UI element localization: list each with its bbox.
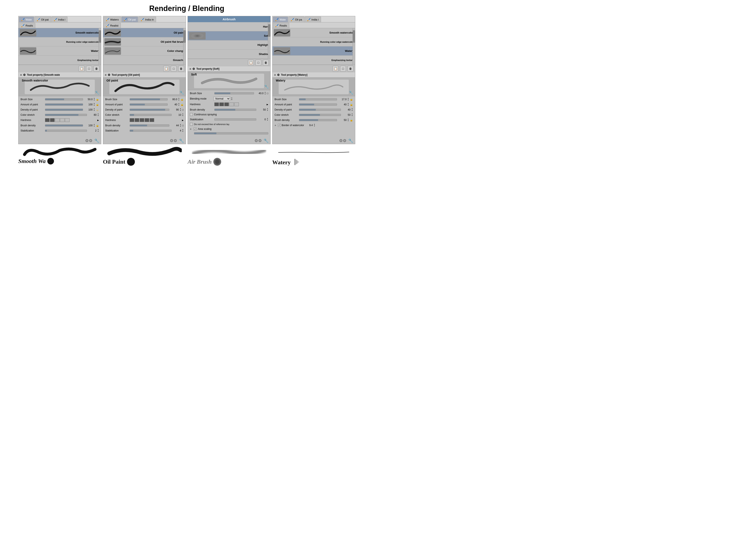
tab-india[interactable]: 🖌️ India i	[51, 17, 68, 22]
seg-4[interactable]	[60, 118, 65, 122]
prop-slider-density-2[interactable]	[130, 109, 169, 111]
prop-slider-colorstretch-4[interactable]	[299, 114, 341, 116]
prop-slider-colorstretch-2[interactable]	[130, 114, 172, 116]
prop-slider-amount-2[interactable]	[130, 104, 168, 106]
brush-item-p4-watery[interactable]: Watery	[273, 47, 355, 56]
brush-item-shadow[interactable]: Shadow	[188, 50, 271, 59]
spin-amount-1[interactable]: ▲▼	[93, 103, 95, 106]
bottom-gear-icon-1[interactable]: ⚙⚙	[85, 138, 93, 143]
lock-amount-4[interactable]: 🔒	[350, 103, 353, 106]
trash-button-2[interactable]: 🗑	[178, 66, 184, 72]
hardness-arrow-2[interactable]: ▶	[182, 119, 184, 121]
prop-slider-brushsize-2[interactable]	[130, 98, 168, 100]
tab-p2-india[interactable]: 🖌️ India in	[138, 17, 156, 22]
prop-slider-brushsize-4[interactable]	[299, 98, 337, 100]
spin-stabilization-1[interactable]: ▲▼	[97, 129, 99, 132]
new-button-3[interactable]: □	[255, 60, 261, 65]
lock-brushdensity-4[interactable]: 🔒	[350, 118, 353, 122]
wrench-icon-3[interactable]: 🔧	[264, 84, 269, 89]
plus-area-3[interactable]: +	[190, 127, 191, 131]
hardness-arrow-1[interactable]: ▶	[97, 119, 99, 121]
spin-border-4[interactable]: ▲▼	[313, 124, 315, 127]
spin-brushdensity-4[interactable]: ▲▼	[347, 118, 349, 122]
new-button-4[interactable]: □	[340, 66, 346, 72]
scrollbar-4[interactable]	[353, 28, 355, 65]
tab-p2-oilpaint[interactable]: 🖌️ Oil pai	[121, 17, 138, 22]
trash-button-4[interactable]: 🗑	[347, 66, 353, 72]
seg-2[interactable]	[50, 118, 55, 122]
spin-brushdensity-2[interactable]: ▲▼	[180, 124, 181, 127]
brush-item-gouache[interactable]: Gouache	[103, 56, 186, 65]
scrollbar-3[interactable]	[268, 22, 271, 59]
square-icon-brushdensity-2[interactable]: □	[182, 124, 184, 127]
tab-realist[interactable]: 🖌️ Realis	[19, 23, 35, 28]
seg-2-5[interactable]	[150, 118, 154, 122]
brush-item-highlight[interactable]: Highlight	[188, 41, 271, 50]
trash-button-1[interactable]: 🗑	[94, 66, 99, 72]
bottom-wrench-icon-3[interactable]: 🔧	[263, 138, 269, 143]
trash-button-3[interactable]: 🗑	[263, 60, 269, 65]
plus-border-4[interactable]: +	[275, 124, 276, 127]
prop-slider-amount-1[interactable]	[45, 104, 83, 106]
seg-3-2[interactable]	[219, 103, 224, 106]
lock-brushsize-1[interactable]: 🔒	[96, 98, 99, 101]
seg-3-1[interactable]	[214, 103, 219, 106]
bottom-wrench-icon-2[interactable]: 🔧	[179, 138, 184, 143]
spin-density-1[interactable]: ▲▼	[93, 108, 95, 111]
brush-item-emphasizing[interactable]: Emphasizing texture	[19, 56, 101, 65]
prop-slider-brushdensity-1[interactable]	[45, 125, 83, 127]
prop-slider-brushdensity-2[interactable]	[130, 125, 169, 127]
seg-3-4[interactable]	[229, 103, 234, 106]
tab-p4-india[interactable]: 🖌️ India i	[305, 17, 321, 22]
prop-slider-amount-4[interactable]	[299, 104, 337, 106]
lock-brushsize-4[interactable]: 🔒	[350, 98, 353, 101]
square-icon-density-2[interactable]: □	[182, 108, 184, 111]
brush-item-oilflatbrush[interactable]: Oil paint flat brush	[103, 37, 186, 47]
tab2-p2-realist[interactable]: 🖌️ Realist	[104, 23, 121, 28]
lock-amount-1[interactable]: 🔒	[96, 103, 99, 106]
hardness-arrow-3[interactable]: ▶	[267, 103, 268, 106]
copy-button-2[interactable]: 📋	[163, 66, 169, 72]
checkbox-area-3[interactable]: ✓	[194, 128, 197, 130]
spin-density-4[interactable]: ▲▼	[351, 108, 353, 111]
brush-item-soft[interactable]: Soft	[188, 31, 271, 41]
brush-item-running[interactable]: Running color edge watercolor	[19, 37, 101, 47]
lock-brushdensity-1[interactable]: 🔒	[96, 124, 99, 127]
spin-brushsize-4[interactable]: ▲▼	[347, 98, 349, 101]
prop-slider-density-4[interactable]	[299, 109, 341, 111]
bottom-wrench-icon-1[interactable]: 🔧	[94, 138, 99, 143]
spin-colorstretch-2[interactable]: ▲▼	[182, 113, 184, 116]
copy-button-3[interactable]: 📋	[248, 60, 254, 65]
seg-2-1[interactable]	[130, 118, 134, 122]
seg-3-3[interactable]	[224, 103, 229, 106]
bottom-gear-icon-2[interactable]: ⚙⚙	[170, 138, 177, 143]
brush-item-hard[interactable]: Hard	[188, 22, 271, 31]
tab-watercolor[interactable]: 🖌️ Wate	[19, 17, 34, 22]
seg-3[interactable]	[55, 118, 59, 122]
spin-colorstretch-1[interactable]: ▲▼	[97, 113, 99, 116]
brush-item-p4-running[interactable]: Running color edge watercolor	[273, 37, 355, 47]
copy-button-1[interactable]: 📋	[79, 66, 84, 72]
copy-button-4[interactable]: 📋	[333, 66, 338, 72]
prop-slider-colorstretch-1[interactable]	[45, 114, 87, 116]
spin-brushdensity-3[interactable]: ▲▼	[267, 108, 268, 111]
prop-slider-brushsize-3[interactable]	[214, 92, 254, 95]
bottom-wrench-icon-4[interactable]: 🔧	[348, 138, 353, 143]
blending-mode-select[interactable]: Normal Multiply Screen	[213, 97, 230, 101]
wrench-icon-1[interactable]: 🔧	[95, 90, 99, 95]
spin-amount-2[interactable]: ▲▼	[178, 103, 180, 106]
brush-item-smooth-watercolor[interactable]: Smooth watercolor	[19, 28, 101, 37]
brush-item-colorchange[interactable]: Color change	[103, 47, 186, 56]
seg-5[interactable]	[65, 118, 70, 122]
brush-item-p4-emphasizing[interactable]: Emphasizing texture	[273, 56, 355, 65]
brush-item-oilpaint[interactable]: Oil paint	[103, 28, 186, 37]
spin-brushsize-3[interactable]: ▲▼	[264, 91, 266, 95]
checkbox-border-4[interactable]: ✓	[278, 124, 281, 127]
bottom-gear-icon-3[interactable]: ⚙⚙	[254, 138, 262, 143]
prop-slider-stabilization-2[interactable]	[130, 130, 172, 132]
prop-slider-brushdensity-3[interactable]	[214, 109, 256, 111]
new-button-1[interactable]: □	[86, 66, 92, 72]
wrench-icon-2[interactable]: 🔧	[179, 90, 184, 95]
spin-amount-4[interactable]: ▲▼	[347, 103, 349, 106]
new-button-2[interactable]: □	[171, 66, 177, 72]
